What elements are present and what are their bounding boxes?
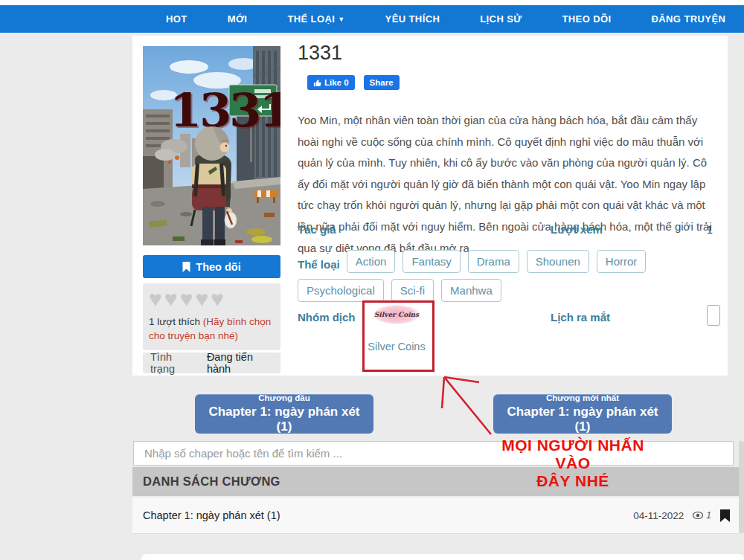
fb-like-button[interactable]: Like 0	[307, 75, 355, 90]
latest-chapter-title: Chapter 1: ngày phán xét (1)	[498, 405, 667, 434]
nav-item-hot[interactable]: HOT	[146, 13, 208, 25]
first-chapter-button[interactable]: Chương đầu Chapter 1: ngày phán xét (1)	[195, 394, 373, 434]
comments-panel-top	[141, 554, 744, 560]
top-strip	[0, 0, 744, 5]
follow-label: Theo dõi	[196, 261, 240, 273]
fb-share-label: Share	[370, 78, 394, 87]
genres-row: Thể loại Action Fantasy Drama Shounen Ho…	[298, 250, 722, 308]
thumbs-up-icon	[313, 79, 321, 87]
genre-tag-shounen[interactable]: Shounen	[527, 250, 589, 273]
schedule-label: Lịch ra mắt	[551, 311, 610, 324]
annotation-text-line2: ĐÂY NHÉ	[482, 472, 664, 490]
table-row[interactable]: Chapter 1: ngày phán xét (1) 04-11-2022 …	[132, 498, 739, 534]
nav-item-lich-su[interactable]: LỊCH SỬ	[460, 13, 542, 25]
main-navbar: HOT MỚI THỂ LOẠI▼ YÊU THÍCH LỊCH SỬ THEO…	[0, 5, 744, 33]
eye-icon	[693, 512, 703, 519]
facebook-widget: Like 0 Share	[307, 75, 400, 90]
nav-item-theo-doi[interactable]: THEO DÕI	[542, 13, 631, 25]
genre-tag-scifi[interactable]: Sci-fi	[391, 279, 434, 302]
genre-tag-drama[interactable]: Drama	[468, 250, 519, 273]
bookmark-icon	[182, 262, 190, 272]
cover-art: 1331 1331	[143, 46, 280, 245]
genre-tag-horror[interactable]: Horror	[597, 250, 647, 273]
genre-tag-fantasy[interactable]: Fantasy	[403, 250, 460, 273]
schedule-empty-box	[707, 305, 720, 326]
fb-share-button[interactable]: Share	[364, 75, 400, 90]
genres-label: Thể loại	[298, 253, 340, 276]
annotation-text-line1: MỌI NGƯỜI NHẤN VÀO	[482, 437, 664, 472]
author-label: Tác giả	[298, 223, 336, 236]
heart-rating-icons[interactable]: ♥♥♥♥♥	[149, 286, 275, 312]
annotation-text: MỌI NGƯỜI NHẤN VÀO ĐÂY NHÉ	[482, 437, 664, 490]
status-value: Đang tiến hành	[207, 351, 273, 375]
first-chapter-caption: Chương đầu	[258, 393, 310, 402]
page-title: 1331	[298, 42, 342, 65]
fb-like-label: Like 0	[324, 78, 349, 87]
latest-chapter-button[interactable]: Chương mới nhất Chapter 1: ngày phán xét…	[493, 394, 672, 434]
follow-button[interactable]: Theo dõi	[143, 255, 280, 278]
cover-title-text: 1331	[170, 83, 280, 138]
latest-chapter-caption: Chương mới nhất	[546, 393, 619, 402]
first-chapter-title: Chapter 1: ngày phán xét (1)	[199, 405, 369, 434]
status-box: Tình trạng Đang tiến hành	[143, 353, 280, 373]
genre-tag-psychological[interactable]: Psychological	[298, 279, 384, 302]
cover-image: 1331 1331	[143, 46, 280, 245]
nav-item-moi[interactable]: MỚI	[208, 13, 268, 25]
chapter-list-scrollbar[interactable]	[739, 441, 744, 533]
genre-tag-manhwa[interactable]: Manhwa	[441, 279, 501, 302]
annotation-highlight-box	[362, 300, 434, 372]
chevron-down-icon: ▼	[338, 16, 344, 23]
bookmark-icon[interactable]	[720, 509, 730, 522]
rating-box: ♥♥♥♥♥ 1 lượt thích (Hãy bình chọn cho tr…	[143, 283, 280, 350]
group-label: Nhóm dịch	[298, 311, 356, 324]
description-text: Yoo Min, một nhân viên toàn thời gian củ…	[298, 110, 719, 259]
likes-line: 1 lượt thích (Hãy bình chọn cho truyện b…	[149, 315, 275, 343]
views-value: 1	[707, 223, 713, 236]
status-label: Tình trạng	[150, 351, 195, 375]
nav-item-the-loai[interactable]: THỂ LOẠI▼	[267, 13, 365, 25]
likes-count-text: 1 lượt thích	[149, 316, 203, 327]
views-label: Lượt xem	[551, 223, 603, 236]
genre-tag-action[interactable]: Action	[347, 250, 396, 273]
chapter-list-header-text: DANH SÁCH CHƯƠNG	[143, 474, 280, 489]
chapter-row-title: Chapter 1: ngày phán xét (1)	[143, 509, 633, 521]
chapter-row-date: 04-11-2022	[633, 510, 684, 521]
chapter-row-views: 1	[693, 510, 711, 521]
nav-item-dang-truyen[interactable]: ĐĂNG TRUYỆN	[632, 13, 744, 25]
chapter-views-count: 1	[706, 510, 711, 521]
nav-item-yeu-thich[interactable]: YÊU THÍCH	[365, 13, 461, 25]
